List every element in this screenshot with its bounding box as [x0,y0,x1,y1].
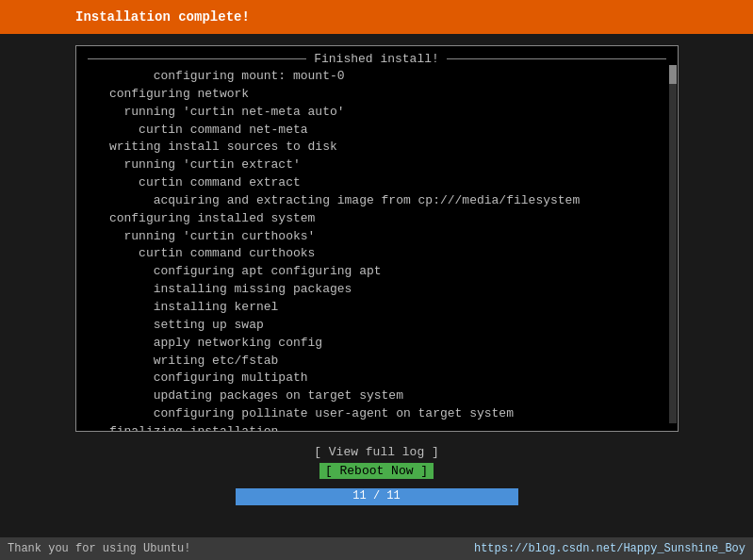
top-bar: Installation complete! [0,0,753,34]
buttons-area: [ View full log ] [ Reboot Now ] [28,443,725,481]
progress-bar-container: 11 / 11 [236,488,518,505]
terminal-line: updating packages on target system [88,387,666,405]
terminal-line: configuring pollinate user-agent on targ… [88,405,666,423]
reboot-now-button[interactable]: [ Reboot Now ] [319,463,434,479]
progress-text: 11 / 11 [236,489,518,502]
terminal-line: installing missing packages [88,281,666,299]
terminal-line: curtin command curthooks [88,245,666,263]
terminal-line: configuring apt configuring apt [88,263,666,281]
installation-complete-label: Installation complete! [75,9,250,25]
terminal-line: running 'curtin net-meta auto' [88,104,666,122]
terminal-line: configuring mount: mount-0 [88,68,666,86]
terminal-line: finalizing installation [88,423,666,432]
terminal-lines: configuring mount: mount-0 configuring n… [88,68,666,432]
terminal-line: configuring installed system [88,210,666,228]
terminal-line: running 'curtin curthooks' [88,228,666,246]
terminal-line: apply networking config [88,335,666,353]
main-content: Finished install! configuring mount: mou… [0,38,753,513]
terminal-line: setting up swap [88,317,666,335]
terminal-box: Finished install! configuring mount: mou… [75,45,679,432]
terminal-line: writing install sources to disk [88,139,666,156]
terminal-line: curtin command extract [88,174,666,192]
terminal-scrollbar[interactable] [669,65,677,423]
terminal-title: Finished install! [88,52,666,66]
terminal-line: configuring multipath [88,370,666,387]
progress-row: 11 / 11 [28,488,725,505]
terminal-line: installing kernel [88,299,666,317]
terminal-line: acquiring and extracting image from cp:/… [88,192,666,210]
terminal-line: configuring network [88,86,666,104]
terminal-line: writing etc/fstab [88,353,666,371]
terminal-scrollbar-thumb[interactable] [669,65,677,84]
bottom-right-text: https://blog.csdn.net/Happy_Sunshine_Boy [474,542,745,555]
terminal-line: running 'curtin extract' [88,156,666,174]
view-log-button[interactable]: [ View full log ] [314,445,439,459]
terminal-line: curtin command net-meta [88,122,666,140]
bottom-left-text: Thank you for using Ubuntu! [8,542,474,555]
bottom-bar: Thank you for using Ubuntu! https://blog… [0,537,753,560]
